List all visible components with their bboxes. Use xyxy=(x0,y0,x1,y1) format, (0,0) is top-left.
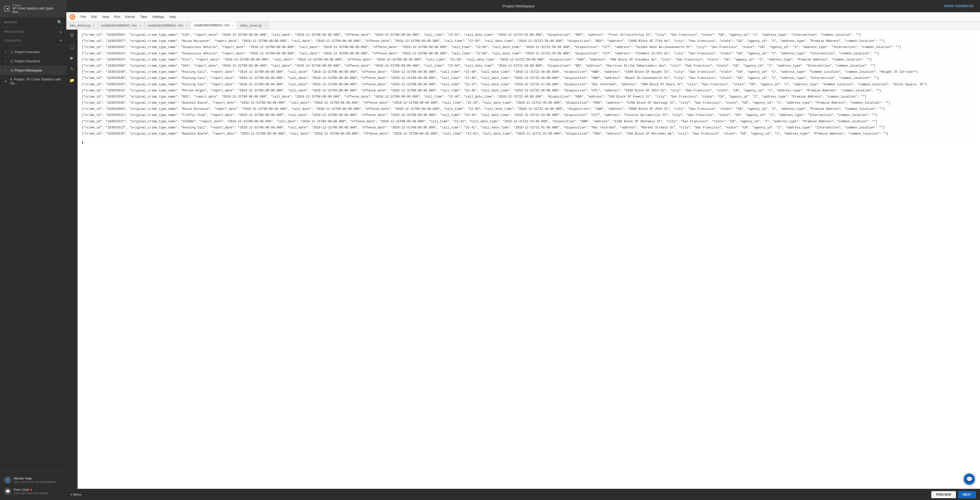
output-line: {"crime_id": "183653543", "original_crim… xyxy=(82,88,976,94)
tab-4[interactable]: kafka_server.py× xyxy=(237,21,269,30)
concepts-section[interactable]: CONCEPTS ▼ xyxy=(0,36,66,45)
sidebar: ◀ Project: SF Crime Statistics with Spar… xyxy=(0,0,66,500)
output-line: {"crime_id": "183653528", "original_crim… xyxy=(82,131,976,137)
tab-1-close-icon[interactable]: × xyxy=(139,24,141,27)
nav-items: ✓1. Project Overview✓2. Project Directio… xyxy=(0,45,66,471)
tab-3-label: root@4de61998b541: /hor xyxy=(194,24,230,27)
tab-4-close-icon[interactable]: × xyxy=(264,24,266,27)
output-line: {"crime_id": "183653553", "original_crim… xyxy=(82,57,976,63)
search-bar[interactable]: SEARCH 🔍 xyxy=(0,18,66,27)
output-line: {"crime_id": "183653546", "original_crim… xyxy=(82,100,976,106)
tab-2-close-icon[interactable]: × xyxy=(186,24,187,27)
sidebar-item-1-label: 1. Project Overview xyxy=(11,50,40,54)
mentor-help-item[interactable]: 👤 Mentor Help Ask a mentor on our Q&A pl… xyxy=(4,474,62,486)
mentor-help-sub: Ask a mentor on our Q&A platform xyxy=(14,480,57,483)
tab-3[interactable]: root@4de61998b541: /hor× xyxy=(191,21,237,30)
keyboard-icon[interactable]: ✎ xyxy=(68,65,76,72)
tab-2[interactable]: root@4de61998b541: /hor× xyxy=(145,21,191,30)
mentor-help-icon: 👤 xyxy=(4,476,11,484)
output-line: {"crime_id": "183653568", "original_crim… xyxy=(82,63,976,69)
circle-icon[interactable]: ◯ xyxy=(68,43,76,50)
menu-edit[interactable]: Edit xyxy=(89,14,99,20)
menu-view[interactable]: View xyxy=(100,14,111,20)
topbar-title: Project Workspace xyxy=(503,4,535,8)
output-line: {"crime_id": "183653545", "original_crim… xyxy=(82,82,976,88)
bottom-buttons: PREVIEW NEXT xyxy=(931,491,976,498)
tab-2-label: root@4de61998b541: /hor xyxy=(148,24,183,27)
jupyter-toolbar: FileEditViewRunKernelTabsSettingsHelp xyxy=(66,12,980,21)
output-line: {"crime_id": "183653556", "original_crim… xyxy=(82,45,976,51)
chat-bubble-button[interactable]: 💬 xyxy=(964,473,975,485)
output-line: {"crime_id": "183653537", "original_crim… xyxy=(82,119,976,125)
menu-settings[interactable]: Settings xyxy=(150,14,166,20)
sidebar-item-2-icon: ✓ xyxy=(4,59,8,63)
tab-0-close-icon[interactable]: × xyxy=(93,24,95,27)
tab-1[interactable]: root@4de61998b541: /hor× xyxy=(98,21,145,30)
menu-run[interactable]: Run xyxy=(112,14,122,20)
sidebar-item-3-icon: ✓ xyxy=(4,68,8,72)
search-icon[interactable]: 🔍 xyxy=(57,20,62,24)
tab-0-label: data_stream.py xyxy=(69,24,91,27)
concepts-label: CONCEPTS xyxy=(4,39,22,42)
sidebar-item-3[interactable]: ✓3. Project Workspace xyxy=(0,65,66,75)
tab-0[interactable]: data_stream.py× xyxy=(66,21,98,30)
hamburger-icon[interactable]: ☰ xyxy=(68,32,76,39)
preview-button[interactable]: PREVIEW xyxy=(931,491,956,498)
folder-icon[interactable]: 📁 xyxy=(68,77,76,84)
sidebar-item-2[interactable]: ✓2. Project Directions xyxy=(0,56,66,65)
output-line: {"crime_id": "183653584", "original_crim… xyxy=(82,32,976,38)
output-line: {"crime_id": "183653568", "original_crim… xyxy=(82,106,976,112)
sidebar-item-3-label: 3. Project Workspace xyxy=(11,69,42,72)
back-arrow-icon[interactable]: ◀ xyxy=(4,6,10,11)
peer-chat-icon: 💬 xyxy=(4,488,11,495)
tab-1-label: root@4de61998b541: /hor xyxy=(101,24,137,27)
next-button[interactable]: NEXT xyxy=(958,491,976,498)
sidebar-item-1[interactable]: ✓1. Project Overview xyxy=(0,47,66,56)
sidebar-item-1-icon: ✓ xyxy=(4,50,8,54)
concepts-expand-icon[interactable]: ▼ xyxy=(59,39,62,42)
mentor-help-text: Mentor Help Ask a mentor on our Q&A plat… xyxy=(14,476,57,483)
resources-expand-icon[interactable]: ▲ xyxy=(59,30,62,34)
output-line: {"crime_id": "183653523", "original_crim… xyxy=(82,125,976,131)
output-line: {"crime_id": "183653531", "original_crim… xyxy=(82,112,976,118)
output-line: {"crime_id": "183653548", "original_crim… xyxy=(82,75,976,81)
output-line: {"crime_id": "183653554", "original_crim… xyxy=(82,51,976,57)
menu-kernel[interactable]: Kernel xyxy=(123,14,137,20)
peer-chat-sub: Chat with peers and alumni xyxy=(14,492,48,495)
sidebar-item-4[interactable]: ★4. Project: SF Crime Statistics with Sp… xyxy=(0,75,66,88)
sidebar-header[interactable]: ◀ Project: SF Crime Statistics with Spar… xyxy=(0,0,66,18)
jupyter-logo-icon xyxy=(69,14,76,20)
topbar: Project Workspace SEND FEEDBACK xyxy=(66,0,980,12)
menu-help[interactable]: Help xyxy=(167,14,178,20)
peer-online-dot xyxy=(30,489,32,491)
bottom-bar: ≡ Menu PREVIEW NEXT xyxy=(66,489,980,500)
notebook-output-area: {"crime_id": "183653584", "original_crim… xyxy=(78,30,980,489)
main-area: Project Workspace SEND FEEDBACK FileEdit… xyxy=(66,0,980,500)
output-cell: {"crime_id": "183653584", "original_crim… xyxy=(78,30,980,140)
terminal-icon[interactable]: ▶ xyxy=(68,54,76,61)
project-name: SF Crime Statistics with Spark Stre... xyxy=(12,6,62,14)
sidebar-item-4-icon: ★ xyxy=(4,79,8,83)
output-line: {"crime_id": "183653549", "original_crim… xyxy=(82,69,976,75)
menu-button[interactable]: ≡ Menu xyxy=(70,493,82,497)
search-label: SEARCH xyxy=(4,21,18,24)
menu-tabs[interactable]: Tabs xyxy=(138,14,149,20)
left-icons-panel: ☰ ◯ ▶ ✎ 📁 xyxy=(66,30,78,489)
tabs-bar: data_stream.py×root@4de61998b541: /hor×r… xyxy=(66,21,980,30)
resources-label: RESOURCES xyxy=(4,30,24,33)
peer-chat-item[interactable]: 💬 Peer Chat Chat with peers and alumni xyxy=(4,486,62,497)
content-area: ☰ ◯ ▶ ✎ 📁 {"crime_id": "183653584", "ori… xyxy=(66,30,980,489)
menu-file[interactable]: File xyxy=(79,14,88,20)
project-label: Project: xyxy=(12,3,62,6)
tab-4-label: kafka_server.py xyxy=(240,24,262,27)
output-line: {"crime_id": "183653557", "original_crim… xyxy=(82,38,976,45)
mentor-help-title: Mentor Help xyxy=(14,476,57,480)
output-line: {"crime_id": "183653550", "original_crim… xyxy=(82,94,976,100)
resources-section[interactable]: RESOURCES ▲ xyxy=(0,27,66,36)
sidebar-item-4-label: 4. Project: SF Crime Statistics with Sp.… xyxy=(10,77,62,85)
peer-chat-title: Peer Chat xyxy=(14,488,48,492)
sidebar-footer: 👤 Mentor Help Ask a mentor on our Q&A pl… xyxy=(0,471,66,500)
tab-3-close-icon[interactable]: × xyxy=(232,24,234,27)
send-feedback-button[interactable]: SEND FEEDBACK xyxy=(944,4,974,8)
cursor-indicator: ▮ xyxy=(82,141,83,145)
